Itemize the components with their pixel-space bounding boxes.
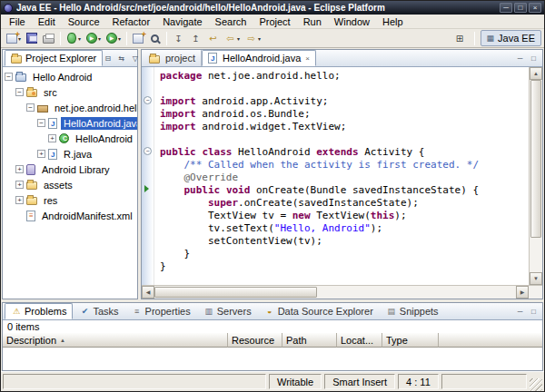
menu-file[interactable]: File bbox=[3, 15, 32, 28]
expand-icon[interactable]: + bbox=[48, 134, 56, 142]
tree-item-assets[interactable]: +assets bbox=[3, 177, 137, 192]
tree-item-hello-android[interactable]: −Hello Android bbox=[3, 69, 137, 84]
vertical-scroll-thumb[interactable] bbox=[530, 80, 541, 238]
toolbar-run-button[interactable]: ▶▾ bbox=[84, 30, 104, 46]
column-header-description[interactable]: Description▲ bbox=[3, 333, 228, 348]
maximize-panel-button[interactable]: □ bbox=[529, 308, 539, 316]
menu-source[interactable]: Source bbox=[62, 15, 106, 28]
menu-refactor[interactable]: Refactor bbox=[106, 15, 157, 28]
tab-problems[interactable]: ⚠Problems bbox=[5, 303, 73, 319]
fold-collapse-icon[interactable]: − bbox=[144, 147, 152, 155]
menu-search[interactable]: Search bbox=[209, 15, 253, 28]
tree-item-net-joe-android-hello[interactable]: −net.joe.android.hello bbox=[3, 100, 137, 115]
column-header-path[interactable]: Path bbox=[282, 333, 337, 348]
maximize-editor-button[interactable]: □ bbox=[529, 54, 539, 63]
toolbar-new-wizard-button[interactable]: ▾ bbox=[4, 30, 24, 46]
java-ee-perspective-button[interactable]: ▦ Java EE bbox=[481, 30, 541, 46]
toolbar-last-edit-location-button[interactable]: ↩ bbox=[204, 30, 222, 46]
tab-data-source-explorer[interactable]: ◒Data Source Explorer bbox=[258, 303, 380, 319]
maximize-button[interactable]: □ bbox=[514, 3, 527, 13]
tree-item-helloandroid-java[interactable]: −HelloAndroid.java bbox=[3, 115, 137, 131]
tree-item-src[interactable]: −src bbox=[3, 84, 137, 100]
tab-servers[interactable]: ▥Servers bbox=[197, 303, 258, 319]
debug-icon bbox=[67, 33, 76, 44]
workbench-area: Project Explorer ⊟⇆▽─□ −Hello Android−sr… bbox=[1, 48, 544, 299]
toolbar-back-button[interactable]: ⇦▾ bbox=[222, 30, 243, 46]
horizontal-scroll-track[interactable] bbox=[154, 286, 516, 299]
tree-item-androidmanifest-xml[interactable]: AndroidManifest.xml bbox=[3, 208, 137, 223]
code-line: import android.os.Bundle; bbox=[160, 108, 529, 121]
column-header-resource[interactable]: Resource bbox=[228, 333, 282, 348]
close-tab-icon[interactable]: × bbox=[305, 54, 310, 63]
column-header-locat[interactable]: Locat... bbox=[337, 333, 382, 348]
menu-window[interactable]: Window bbox=[328, 15, 376, 28]
menu-edit[interactable]: Edit bbox=[32, 15, 62, 28]
tab-tasks[interactable]: ✔Tasks bbox=[73, 303, 124, 319]
editor-vertical-scrollbar[interactable]: ▲ ▼ bbox=[529, 67, 542, 285]
toolbar-debug-button[interactable]: ▾ bbox=[64, 30, 84, 46]
collapse-icon[interactable]: − bbox=[5, 73, 13, 81]
code-editor[interactable]: package net.joe.android.hello; import an… bbox=[154, 67, 529, 285]
menu-navigate[interactable]: Navigate bbox=[156, 15, 208, 28]
resize-grip[interactable] bbox=[530, 378, 542, 391]
toolbar-print-button[interactable] bbox=[40, 30, 57, 46]
collapse-all-button[interactable]: ⊟ bbox=[103, 54, 113, 63]
toolbar-external-tools-button[interactable]: ▶▾ bbox=[104, 30, 124, 46]
expand-icon[interactable]: + bbox=[37, 150, 45, 158]
scroll-left-icon[interactable]: ◀ bbox=[142, 286, 154, 299]
fold-collapse-icon[interactable]: − bbox=[144, 96, 152, 104]
save-icon bbox=[26, 33, 37, 44]
column-header-type[interactable]: Type bbox=[382, 333, 439, 348]
scroll-down-icon[interactable]: ▼ bbox=[530, 272, 542, 285]
scroll-corner bbox=[529, 286, 542, 299]
tree-item-android-library[interactable]: +Android Library bbox=[3, 162, 137, 177]
scroll-right-icon[interactable]: ▶ bbox=[516, 286, 529, 299]
editor-horizontal-scrollbar[interactable]: ◀ ▶ bbox=[142, 286, 529, 299]
toolbar-forward-button[interactable]: ⇨▾ bbox=[243, 30, 263, 46]
tab-snippets[interactable]: ▤Snippets bbox=[380, 303, 445, 319]
code-line: @Override bbox=[160, 172, 529, 184]
collapse-icon[interactable]: − bbox=[37, 119, 45, 127]
collapse-icon[interactable]: − bbox=[26, 103, 35, 112]
code-line: setContentView(tv); bbox=[160, 235, 529, 248]
close-button[interactable]: × bbox=[529, 3, 541, 13]
toolbar-next-annotation-button[interactable]: ↧ bbox=[170, 30, 187, 46]
window-controls: ─ □ × bbox=[500, 3, 541, 13]
horizontal-scroll-thumb[interactable] bbox=[154, 287, 317, 298]
toolbar-search-button[interactable] bbox=[146, 30, 164, 46]
bottom-tabs: ⚠Problems✔Tasks≡Properties▥Servers◒Data … bbox=[5, 303, 445, 319]
folder-icon bbox=[26, 197, 37, 205]
problems-icon: ⚠ bbox=[11, 307, 22, 317]
menu-help[interactable]: Help bbox=[376, 15, 410, 28]
tree-item-r-java[interactable]: +R.java bbox=[3, 146, 137, 162]
menu-run[interactable]: Run bbox=[297, 15, 328, 28]
toolbar-new-java-project-button[interactable] bbox=[130, 30, 146, 46]
project-icon bbox=[15, 74, 26, 82]
menu-project[interactable]: Project bbox=[253, 15, 296, 28]
open-perspective-icon: ⊞ bbox=[454, 33, 466, 44]
project-explorer-tab[interactable]: Project Explorer bbox=[5, 50, 103, 66]
tab-properties[interactable]: ≡Properties bbox=[125, 303, 197, 319]
expand-icon[interactable]: + bbox=[15, 165, 24, 173]
editor-tab-helloandroid-java[interactable]: HelloAndroid.java× bbox=[202, 50, 316, 66]
toolbar-save-button[interactable] bbox=[24, 30, 40, 46]
open-perspective-button[interactable]: ⊞ bbox=[451, 30, 469, 46]
link-with-editor-button[interactable]: ⇆ bbox=[116, 54, 126, 63]
code-line bbox=[160, 133, 529, 146]
editor-tab-project[interactable]: project bbox=[144, 50, 202, 66]
vertical-scroll-track[interactable] bbox=[530, 80, 542, 272]
tree-item-res[interactable]: +res bbox=[3, 192, 137, 208]
tree-item-helloandroid[interactable]: +HelloAndroid bbox=[3, 131, 137, 146]
code-line: import android.app.Activity; bbox=[160, 95, 529, 108]
collapse-icon[interactable]: − bbox=[15, 88, 24, 96]
library-icon bbox=[26, 164, 35, 175]
minimize-panel-button[interactable]: ─ bbox=[515, 308, 525, 316]
expand-icon[interactable]: + bbox=[15, 181, 24, 189]
code-line: import android.widget.TextView; bbox=[160, 121, 529, 133]
expand-icon[interactable]: + bbox=[15, 196, 24, 204]
scroll-up-icon[interactable]: ▲ bbox=[530, 67, 542, 80]
minimize-editor-button[interactable]: ─ bbox=[515, 54, 525, 63]
minimize-button[interactable]: ─ bbox=[500, 3, 512, 13]
toolbar-previous-annotation-button[interactable]: ↥ bbox=[187, 30, 204, 46]
status-message-area bbox=[3, 374, 266, 389]
